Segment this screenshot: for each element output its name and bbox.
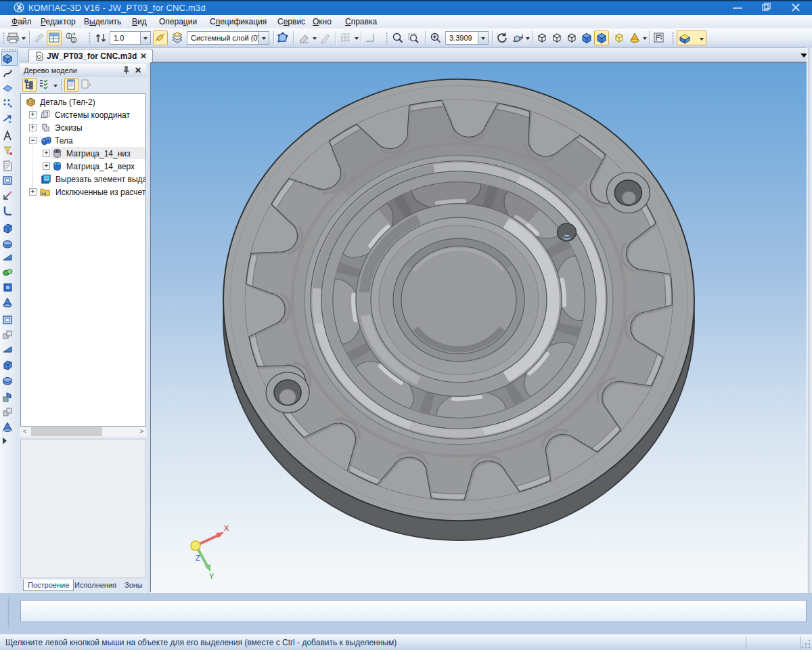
svg-text:1: 1 <box>68 34 70 39</box>
svg-text:Y: Y <box>209 572 215 580</box>
svg-text:xa: xa <box>41 192 45 196</box>
svg-text:2: 2 <box>72 38 75 43</box>
svg-text:Z: Z <box>196 554 200 562</box>
svg-text:X: X <box>224 524 229 532</box>
